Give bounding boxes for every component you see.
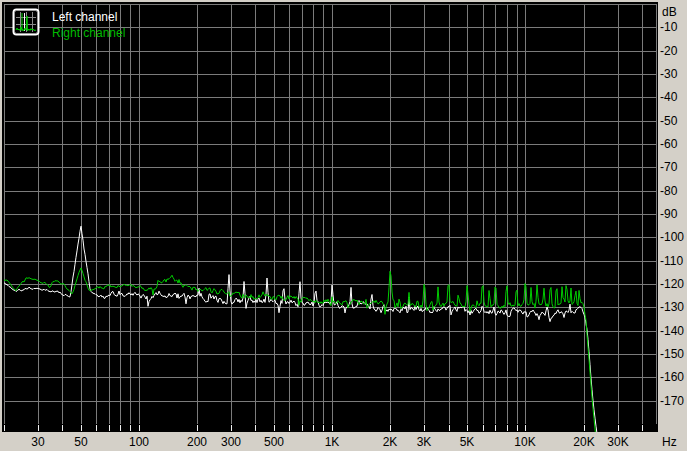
y-axis-tick-label: -50 xyxy=(660,114,687,128)
legend: Left channel Right channel xyxy=(12,8,125,40)
y-axis-tick-label: -20 xyxy=(660,44,687,58)
legend-left-channel-label: Left channel xyxy=(52,10,125,24)
x-axis-tick-label: 500 xyxy=(264,435,284,449)
y-axis-tick-label: -30 xyxy=(660,67,687,81)
x-axis-tick-label: 100 xyxy=(129,435,149,449)
legend-right-channel-label: Right channel xyxy=(52,26,125,40)
y-axis-tick-label: -170 xyxy=(660,394,687,408)
y-axis-tick-label: -110 xyxy=(660,254,687,268)
x-axis-tick-label: 20K xyxy=(573,435,594,449)
y-axis-tick-label: -40 xyxy=(660,90,687,104)
y-axis-tick-label: -160 xyxy=(660,370,687,384)
x-axis-unit-label: Hz xyxy=(662,435,677,449)
x-axis-tick-label: 3K xyxy=(417,435,432,449)
y-axis-tick-label: -150 xyxy=(660,347,687,361)
spectrum-plot-canvas xyxy=(0,0,687,451)
spectrum-icon xyxy=(12,8,40,36)
y-axis-tick-label: -120 xyxy=(660,277,687,291)
y-axis-tick-label: -140 xyxy=(660,324,687,338)
y-axis-tick-label: -60 xyxy=(660,137,687,151)
y-axis-tick-label: -70 xyxy=(660,160,687,174)
y-axis-tick-label: -100 xyxy=(660,230,687,244)
x-axis-tick-label: 30 xyxy=(31,435,44,449)
y-axis-tick-label: -90 xyxy=(660,207,687,221)
series-left-channel xyxy=(4,226,597,433)
x-axis-tick-label: 5K xyxy=(460,435,475,449)
frame-top-edge xyxy=(0,0,687,2)
frame-left-edge xyxy=(0,0,2,451)
y-axis-tick-label: -10 xyxy=(660,20,687,34)
x-axis-tick-label: 2K xyxy=(383,435,398,449)
x-axis-tick-label: 300 xyxy=(221,435,241,449)
y-axis-tick-label: -130 xyxy=(660,300,687,314)
x-axis-tick-label: 30K xyxy=(607,435,628,449)
x-axis-tick-label: 1K xyxy=(325,435,340,449)
x-axis-tick-label: 10K xyxy=(514,435,535,449)
y-axis-unit-label: dB xyxy=(662,5,677,19)
y-axis-tick-label: -80 xyxy=(660,184,687,198)
spectrum-analyzer-panel: dB Hz Left channel Right channel -10-20-… xyxy=(0,0,687,451)
x-axis-tick-label: 50 xyxy=(74,435,87,449)
x-axis-tick-label: 200 xyxy=(187,435,207,449)
